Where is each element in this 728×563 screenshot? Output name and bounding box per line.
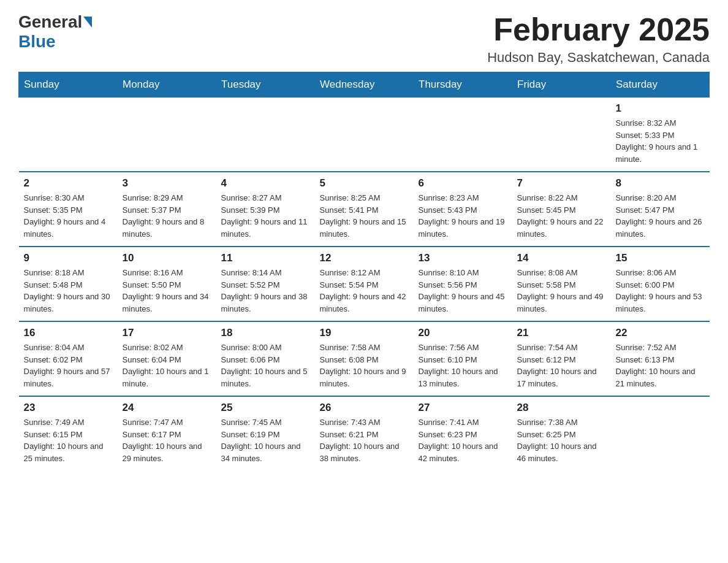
day-number: 21 [517,327,606,339]
calendar-week-row: 16Sunrise: 8:04 AM Sunset: 6:02 PM Dayli… [19,321,710,396]
calendar-week-row: 2Sunrise: 8:30 AM Sunset: 5:35 PM Daylig… [19,172,710,247]
day-info: Sunrise: 8:16 AM Sunset: 5:50 PM Dayligh… [123,267,211,315]
calendar-cell: 25Sunrise: 7:45 AM Sunset: 6:19 PM Dayli… [216,396,315,470]
day-number: 8 [616,177,705,190]
calendar-cell: 5Sunrise: 8:25 AM Sunset: 5:41 PM Daylig… [315,172,414,247]
day-info: Sunrise: 7:58 AM Sunset: 6:08 PM Dayligh… [320,342,409,389]
day-number: 25 [221,402,310,414]
day-number: 7 [517,177,606,190]
day-number: 6 [419,177,507,190]
day-info: Sunrise: 8:12 AM Sunset: 5:54 PM Dayligh… [320,267,409,315]
calendar-cell: 4Sunrise: 8:27 AM Sunset: 5:39 PM Daylig… [216,172,315,247]
location-title: Hudson Bay, Saskatchewan, Canada [487,50,710,66]
day-info: Sunrise: 8:00 AM Sunset: 6:06 PM Dayligh… [221,342,310,389]
day-info: Sunrise: 7:38 AM Sunset: 6:25 PM Dayligh… [517,416,606,464]
page-header: General Blue February 2025 Hudson Bay, S… [18,12,710,66]
day-number: 26 [320,402,409,414]
day-number: 13 [419,252,507,264]
day-info: Sunrise: 7:52 AM Sunset: 6:13 PM Dayligh… [616,342,705,389]
weekday-header-thursday: Thursday [414,72,512,98]
calendar-cell: 27Sunrise: 7:41 AM Sunset: 6:23 PM Dayli… [414,396,512,470]
calendar-cell: 9Sunrise: 8:18 AM Sunset: 5:48 PM Daylig… [19,247,118,321]
calendar-cell [512,98,611,172]
day-info: Sunrise: 8:10 AM Sunset: 5:56 PM Dayligh… [419,267,507,315]
day-number: 14 [517,252,606,264]
day-info: Sunrise: 8:06 AM Sunset: 6:00 PM Dayligh… [616,267,705,315]
calendar-cell: 17Sunrise: 8:02 AM Sunset: 6:04 PM Dayli… [118,321,216,396]
day-number: 24 [123,402,211,414]
calendar-cell: 26Sunrise: 7:43 AM Sunset: 6:21 PM Dayli… [315,396,414,470]
calendar-cell [315,98,414,172]
day-info: Sunrise: 7:43 AM Sunset: 6:21 PM Dayligh… [320,416,409,464]
day-info: Sunrise: 8:23 AM Sunset: 5:43 PM Dayligh… [419,192,507,240]
title-section: February 2025 Hudson Bay, Saskatchewan, … [487,12,710,66]
calendar-cell: 11Sunrise: 8:14 AM Sunset: 5:52 PM Dayli… [216,247,315,321]
logo-general-text: General [18,12,82,32]
day-number: 15 [616,252,705,264]
month-title: February 2025 [487,12,710,47]
calendar-cell: 24Sunrise: 7:47 AM Sunset: 6:17 PM Dayli… [118,396,216,470]
day-info: Sunrise: 8:25 AM Sunset: 5:41 PM Dayligh… [320,192,409,240]
day-info: Sunrise: 7:47 AM Sunset: 6:17 PM Dayligh… [123,416,211,464]
calendar-cell: 14Sunrise: 8:08 AM Sunset: 5:58 PM Dayli… [512,247,611,321]
calendar-cell: 3Sunrise: 8:29 AM Sunset: 5:37 PM Daylig… [118,172,216,247]
logo: General Blue [18,12,93,52]
calendar-week-row: 23Sunrise: 7:49 AM Sunset: 6:15 PM Dayli… [19,396,710,470]
weekday-header-row: SundayMondayTuesdayWednesdayThursdayFrid… [19,72,710,98]
calendar-cell: 18Sunrise: 8:00 AM Sunset: 6:06 PM Dayli… [216,321,315,396]
calendar-cell [19,98,118,172]
calendar-cell: 2Sunrise: 8:30 AM Sunset: 5:35 PM Daylig… [19,172,118,247]
calendar-cell: 23Sunrise: 7:49 AM Sunset: 6:15 PM Dayli… [19,396,118,470]
calendar-cell: 20Sunrise: 7:56 AM Sunset: 6:10 PM Dayli… [414,321,512,396]
day-number: 3 [123,177,211,190]
day-info: Sunrise: 8:32 AM Sunset: 5:33 PM Dayligh… [616,117,705,165]
weekday-header-saturday: Saturday [611,72,710,98]
day-number: 17 [123,327,211,339]
day-info: Sunrise: 8:22 AM Sunset: 5:45 PM Dayligh… [517,192,606,240]
weekday-header-friday: Friday [512,72,611,98]
day-info: Sunrise: 8:14 AM Sunset: 5:52 PM Dayligh… [221,267,310,315]
day-info: Sunrise: 8:29 AM Sunset: 5:37 PM Dayligh… [123,192,211,240]
logo-arrow-icon [83,17,92,28]
day-info: Sunrise: 7:45 AM Sunset: 6:19 PM Dayligh… [221,416,310,464]
weekday-header-wednesday: Wednesday [315,72,414,98]
calendar-week-row: 9Sunrise: 8:18 AM Sunset: 5:48 PM Daylig… [19,247,710,321]
day-info: Sunrise: 7:56 AM Sunset: 6:10 PM Dayligh… [419,342,507,389]
day-number: 9 [24,252,113,264]
calendar-cell: 12Sunrise: 8:12 AM Sunset: 5:54 PM Dayli… [315,247,414,321]
day-info: Sunrise: 8:30 AM Sunset: 5:35 PM Dayligh… [24,192,113,240]
day-number: 1 [616,102,705,115]
calendar-cell: 15Sunrise: 8:06 AM Sunset: 6:00 PM Dayli… [611,247,710,321]
day-number: 22 [616,327,705,339]
day-number: 20 [419,327,507,339]
calendar-cell: 22Sunrise: 7:52 AM Sunset: 6:13 PM Dayli… [611,321,710,396]
day-info: Sunrise: 7:54 AM Sunset: 6:12 PM Dayligh… [517,342,606,389]
day-info: Sunrise: 8:27 AM Sunset: 5:39 PM Dayligh… [221,192,310,240]
calendar-cell: 16Sunrise: 8:04 AM Sunset: 6:02 PM Dayli… [19,321,118,396]
day-number: 4 [221,177,310,190]
calendar-cell: 21Sunrise: 7:54 AM Sunset: 6:12 PM Dayli… [512,321,611,396]
calendar-cell: 1Sunrise: 8:32 AM Sunset: 5:33 PM Daylig… [611,98,710,172]
calendar-cell: 28Sunrise: 7:38 AM Sunset: 6:25 PM Dayli… [512,396,611,470]
weekday-header-tuesday: Tuesday [216,72,315,98]
calendar-cell: 19Sunrise: 7:58 AM Sunset: 6:08 PM Dayli… [315,321,414,396]
day-number: 5 [320,177,409,190]
weekday-header-sunday: Sunday [19,72,118,98]
day-number: 16 [24,327,113,339]
day-info: Sunrise: 8:18 AM Sunset: 5:48 PM Dayligh… [24,267,113,315]
calendar-cell [414,98,512,172]
logo-blue-text: Blue [18,32,56,52]
day-number: 18 [221,327,310,339]
day-info: Sunrise: 7:49 AM Sunset: 6:15 PM Dayligh… [24,416,113,464]
calendar-cell: 6Sunrise: 8:23 AM Sunset: 5:43 PM Daylig… [414,172,512,247]
day-info: Sunrise: 8:08 AM Sunset: 5:58 PM Dayligh… [517,267,606,315]
day-number: 19 [320,327,409,339]
calendar-cell: 8Sunrise: 8:20 AM Sunset: 5:47 PM Daylig… [611,172,710,247]
day-number: 28 [517,402,606,414]
calendar-cell: 7Sunrise: 8:22 AM Sunset: 5:45 PM Daylig… [512,172,611,247]
day-info: Sunrise: 7:41 AM Sunset: 6:23 PM Dayligh… [419,416,507,464]
day-info: Sunrise: 8:04 AM Sunset: 6:02 PM Dayligh… [24,342,113,389]
calendar-cell [216,98,315,172]
calendar-cell: 13Sunrise: 8:10 AM Sunset: 5:56 PM Dayli… [414,247,512,321]
calendar-week-row: 1Sunrise: 8:32 AM Sunset: 5:33 PM Daylig… [19,98,710,172]
